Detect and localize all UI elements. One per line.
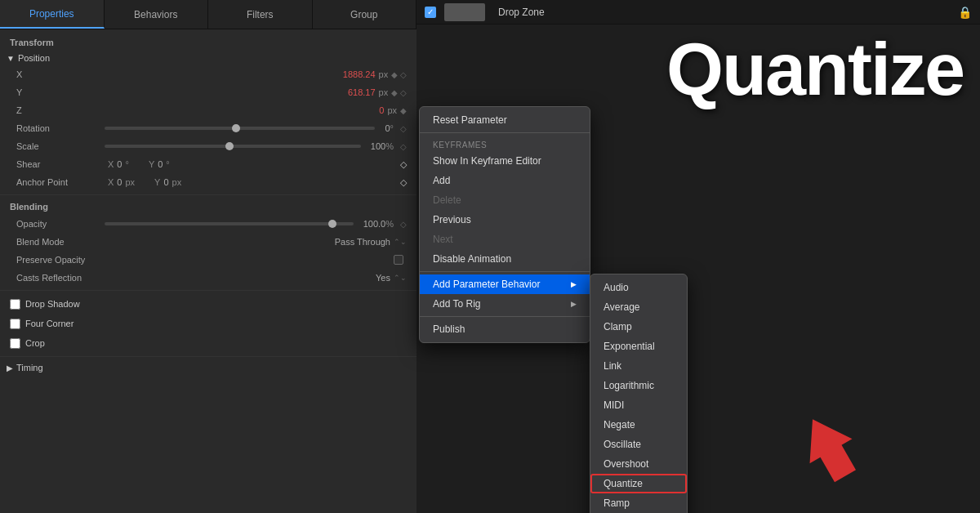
menu-reset-parameter[interactable]: Reset Parameter: [420, 110, 590, 130]
submenu-logarithmic[interactable]: Logarithmic: [590, 376, 687, 395]
rotation-label: Rotation: [16, 123, 98, 133]
menu-divider-3: [420, 316, 590, 317]
menu-add[interactable]: Add: [420, 171, 590, 190]
menu-add-to-rig[interactable]: Add To Rig: [420, 294, 590, 314]
submenu-quantize[interactable]: Quantize: [590, 474, 687, 493]
menu-next: Next: [420, 230, 590, 249]
position-z-unit: px: [387, 105, 397, 115]
shear-label: Shear: [16, 159, 98, 169]
position-x-unit: px: [379, 69, 389, 79]
layer-checkbox[interactable]: ✓: [425, 7, 436, 18]
submenu-average[interactable]: Average: [590, 297, 687, 317]
preserve-opacity-label: Preserve Opacity: [16, 255, 98, 265]
position-x-label: X: [16, 69, 98, 79]
shear-x: X 0 °: [108, 159, 129, 169]
anchor-x-value[interactable]: 0: [117, 177, 122, 187]
submenu-oscillate[interactable]: Oscillate: [590, 435, 687, 454]
anchor-x-unit: px: [125, 177, 135, 187]
anchor-diamond: ◇: [400, 177, 407, 188]
drop-zone-label: Drop Zone: [498, 7, 545, 18]
submenu-link[interactable]: Link: [590, 356, 687, 376]
context-menu-submenu: Audio Average Clamp Exponential Link Log…: [590, 274, 688, 513]
submenu-ramp[interactable]: Ramp: [590, 493, 687, 513]
position-y-unit: px: [379, 87, 389, 97]
tab-filters[interactable]: Filters: [208, 0, 313, 29]
scale-row: Scale 100 % ◇: [0, 137, 416, 155]
anchor-y-label: Y: [154, 177, 160, 187]
submenu-exponential[interactable]: Exponential: [590, 337, 687, 356]
four-corner-row[interactable]: Four Corner: [0, 314, 416, 333]
scale-thumb[interactable]: [225, 142, 234, 150]
position-label: Position: [18, 53, 50, 63]
casts-reflection-arrows[interactable]: ⌃⌄: [394, 274, 407, 282]
position-z-icons: ◆: [400, 106, 407, 115]
menu-show-keyframe-editor[interactable]: Show In Keyframe Editor: [420, 151, 590, 171]
anchor-point-label: Anchor Point: [16, 177, 98, 187]
opacity-unit: %: [385, 219, 394, 229]
rotation-unit: °: [390, 123, 394, 133]
submenu-overshoot[interactable]: Overshoot: [590, 454, 687, 474]
position-x-value[interactable]: 1888.24: [343, 69, 376, 79]
blend-mode-row: Blend Mode Pass Through ⌃⌄: [0, 233, 416, 251]
blend-mode-label: Blend Mode: [16, 237, 98, 247]
casts-reflection-value[interactable]: Yes: [376, 273, 390, 283]
tab-behaviors[interactable]: Behaviors: [105, 0, 209, 29]
anchor-x-label: X: [108, 177, 114, 187]
anchor-x: X 0 px: [108, 177, 135, 187]
divider-1: [0, 194, 416, 195]
scale-value[interactable]: 100: [371, 141, 385, 151]
position-z-value[interactable]: 0: [379, 105, 384, 115]
crop-row[interactable]: Crop: [0, 333, 416, 353]
position-x-row: X 1888.24 px ◆ ◇: [0, 65, 416, 83]
shear-y-value[interactable]: 0: [158, 159, 163, 169]
big-title: Quantize: [666, 33, 964, 106]
opacity-slider[interactable]: [105, 222, 354, 225]
submenu-midi[interactable]: MIDI: [590, 395, 687, 415]
rotation-slider[interactable]: [105, 127, 375, 130]
shear-y: Y 0 °: [149, 159, 170, 169]
drop-shadow-label: Drop Shadow: [25, 299, 80, 309]
timing-header[interactable]: ▶ Timing: [0, 360, 416, 375]
shear-row: Shear X 0 ° Y 0 ° ◇: [0, 155, 416, 173]
crop-checkbox[interactable]: [10, 338, 20, 349]
top-bar: ✓ Drop Zone 🔒: [416, 0, 980, 25]
drop-shadow-row[interactable]: Drop Shadow: [0, 294, 416, 314]
tab-properties[interactable]: Properties: [0, 0, 105, 29]
submenu-negate[interactable]: Negate: [590, 415, 687, 435]
casts-reflection-row: Casts Reflection Yes ⌃⌄: [0, 269, 416, 287]
blend-mode-value[interactable]: Pass Through: [335, 237, 390, 247]
shear-x-unit: °: [125, 159, 128, 169]
position-z-label: Z: [16, 105, 98, 115]
rotation-thumb[interactable]: [232, 124, 240, 132]
menu-publish[interactable]: Publish: [420, 319, 590, 339]
shear-x-label: X: [108, 159, 114, 169]
submenu-clamp[interactable]: Clamp: [590, 317, 687, 337]
tab-group[interactable]: Group: [313, 0, 417, 29]
scale-slider[interactable]: [105, 145, 361, 148]
menu-previous[interactable]: Previous: [420, 210, 590, 230]
shear-x-value[interactable]: 0: [117, 159, 122, 169]
red-arrow-indicator: [776, 407, 882, 488]
anchor-point-row: Anchor Point X 0 px Y 0 px ◇: [0, 173, 416, 191]
opacity-thumb[interactable]: [328, 220, 336, 228]
scale-label: Scale: [16, 141, 98, 151]
blend-mode-arrows[interactable]: ⌃⌄: [394, 238, 407, 246]
lock-icon[interactable]: 🔒: [958, 6, 972, 19]
anchor-y-value[interactable]: 0: [163, 177, 168, 187]
position-y-value[interactable]: 618.17: [348, 87, 376, 97]
preserve-opacity-checkbox[interactable]: [394, 255, 403, 265]
drop-shadow-checkbox[interactable]: [10, 299, 20, 310]
submenu-audio[interactable]: Audio: [590, 278, 687, 297]
position-group[interactable]: ▼ Position: [0, 51, 416, 65]
anchor-y: Y 0 px: [154, 177, 181, 187]
timing-arrow: ▶: [7, 364, 13, 372]
opacity-label: Opacity: [16, 219, 98, 229]
opacity-value[interactable]: 100.0: [363, 219, 386, 229]
position-z-row: Z 0 px ◆: [0, 101, 416, 119]
four-corner-checkbox[interactable]: [10, 319, 20, 329]
divider-3: [0, 356, 416, 357]
crop-label: Crop: [25, 338, 45, 348]
menu-disable-animation[interactable]: Disable Animation: [420, 249, 590, 269]
position-y-row: Y 618.17 px ◆ ◇: [0, 83, 416, 101]
menu-add-parameter-behavior[interactable]: Add Parameter Behavior: [420, 274, 590, 294]
